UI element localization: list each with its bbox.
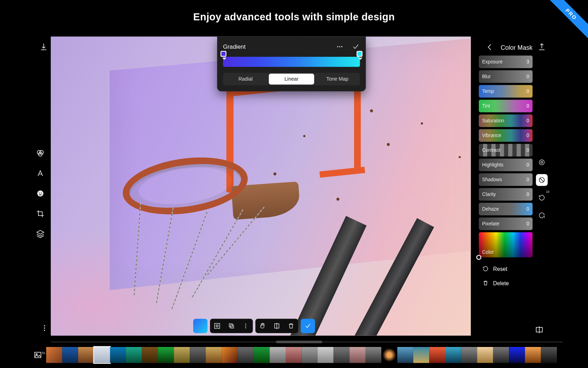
compare-button[interactable] — [533, 324, 545, 336]
thumbnail[interactable] — [349, 347, 365, 363]
thumbnail[interactable] — [382, 347, 398, 363]
crop-tool[interactable] — [34, 208, 46, 220]
scrollbar-thumb[interactable] — [276, 341, 322, 343]
slider-vibrance[interactable]: Vibrance0 — [479, 129, 533, 142]
slider-blur[interactable]: Blur0 — [479, 70, 533, 83]
slider-dehaze[interactable]: Dehaze0 — [479, 203, 533, 215]
svg-rect-16 — [215, 323, 219, 328]
thumbnail[interactable] — [270, 347, 286, 363]
slider-contrast[interactable]: Contrast0 — [479, 144, 533, 156]
download-icon — [39, 42, 48, 52]
slider-value: 0 — [526, 177, 529, 182]
thumbnail[interactable] — [334, 347, 350, 363]
delete-button[interactable]: Delete — [479, 276, 533, 289]
thumbnail[interactable] — [445, 347, 461, 363]
reset-button[interactable]: Reset — [479, 262, 533, 275]
thumbnail[interactable] — [110, 347, 126, 363]
svg-point-4 — [39, 193, 40, 193]
thumbnail[interactable] — [158, 347, 174, 363]
gradient-tab-tonemap[interactable]: Tone Map — [315, 73, 360, 86]
history-count: 10 — [546, 190, 549, 193]
svg-point-21 — [245, 326, 246, 327]
gradient-more[interactable] — [336, 42, 344, 51]
thumbnail[interactable] — [477, 347, 493, 363]
more-menu[interactable] — [38, 322, 50, 334]
canvas-action-bar — [193, 319, 315, 333]
mask-radial-button[interactable] — [536, 156, 548, 168]
thumbnail[interactable] — [78, 347, 94, 363]
gradient-tab-radial[interactable]: Radial — [223, 73, 268, 86]
filmstrip-scrollbar[interactable] — [51, 341, 563, 343]
adjustments-panel: Exposure3Blur0Temp0Tint0Saturation0Vibra… — [479, 55, 533, 289]
svg-point-12 — [539, 160, 544, 165]
thumbnail[interactable] — [525, 347, 541, 363]
thumbnail[interactable] — [429, 347, 445, 363]
thumbnail[interactable] — [413, 347, 429, 363]
slider-shadows[interactable]: Shadows0 — [479, 173, 533, 186]
thumbnail[interactable] — [493, 347, 509, 363]
gradient-bar[interactable] — [223, 57, 360, 67]
thumbnail[interactable] — [46, 347, 62, 363]
face-tool[interactable] — [34, 188, 46, 199]
tool-confirm[interactable] — [301, 319, 315, 333]
thumbnail[interactable] — [238, 347, 254, 363]
gradient-apply[interactable] — [351, 42, 360, 51]
thumbnail[interactable] — [509, 347, 525, 363]
thumbnail[interactable] — [206, 347, 222, 363]
slider-label: Temp — [482, 89, 494, 94]
library-button[interactable]: 31 — [29, 350, 46, 360]
slider-highlights[interactable]: Highlights0 — [479, 158, 533, 171]
gradient-title: Gradient — [223, 43, 245, 50]
gradient-tab-linear[interactable]: Linear — [269, 74, 314, 84]
slider-tint[interactable]: Tint0 — [479, 100, 533, 112]
thumbnail[interactable] — [174, 347, 190, 363]
slider-label: Tint — [482, 103, 490, 108]
gradient-stop-left[interactable] — [220, 51, 226, 57]
check-icon — [351, 42, 360, 51]
thumbnail[interactable] — [142, 347, 158, 363]
panel-back[interactable] — [484, 41, 496, 53]
svg-point-3 — [37, 190, 43, 197]
export-button[interactable] — [536, 41, 548, 53]
thumbnail[interactable] — [62, 347, 78, 363]
thumbnail[interactable] — [365, 347, 382, 363]
mask-color-button[interactable] — [536, 174, 548, 186]
color-picker[interactable]: Color — [479, 232, 533, 257]
tool-gradient[interactable] — [193, 319, 208, 333]
tool-duplicate[interactable] — [224, 319, 239, 333]
svg-point-10 — [339, 46, 340, 47]
thumbnail[interactable] — [126, 347, 142, 363]
slider-value: 0 — [526, 148, 529, 152]
tool-more[interactable] — [239, 319, 253, 333]
tool-fit[interactable] — [210, 319, 224, 333]
gradient-stop-right[interactable] — [357, 51, 363, 57]
slider-exposure[interactable]: Exposure3 — [479, 55, 533, 68]
color-cursor[interactable] — [476, 255, 481, 260]
slider-pixelate[interactable]: Pixelate0 — [479, 217, 533, 230]
text-tool[interactable] — [34, 168, 46, 179]
slider-temp[interactable]: Temp0 — [479, 85, 533, 97]
filters-tool[interactable] — [34, 147, 46, 159]
thumbnail[interactable] — [541, 347, 557, 363]
thumbnail[interactable] — [397, 347, 413, 363]
thumbnail[interactable] — [286, 347, 302, 363]
thumbnail[interactable] — [190, 347, 206, 363]
layers-tool[interactable] — [34, 228, 46, 240]
import-button[interactable] — [38, 41, 50, 53]
svg-point-5 — [41, 193, 42, 193]
thumbnail[interactable] — [461, 347, 477, 363]
history-button[interactable]: 10 — [536, 192, 548, 204]
thumbnail[interactable] — [254, 347, 270, 363]
thumbnail[interactable] — [317, 347, 334, 363]
tool-delete[interactable] — [284, 319, 298, 333]
more-vertical-icon — [40, 323, 49, 333]
tool-crop-mask[interactable] — [270, 319, 284, 333]
thumbnail[interactable] — [222, 347, 238, 363]
tool-pan[interactable] — [255, 319, 270, 333]
undo-button[interactable] — [536, 210, 548, 222]
panel-title: Color Mask — [501, 43, 533, 50]
slider-clarity[interactable]: Clarity0 — [479, 188, 533, 200]
slider-saturation[interactable]: Saturation0 — [479, 114, 533, 127]
thumbnail[interactable] — [302, 347, 318, 363]
thumbnail[interactable] — [94, 347, 110, 363]
